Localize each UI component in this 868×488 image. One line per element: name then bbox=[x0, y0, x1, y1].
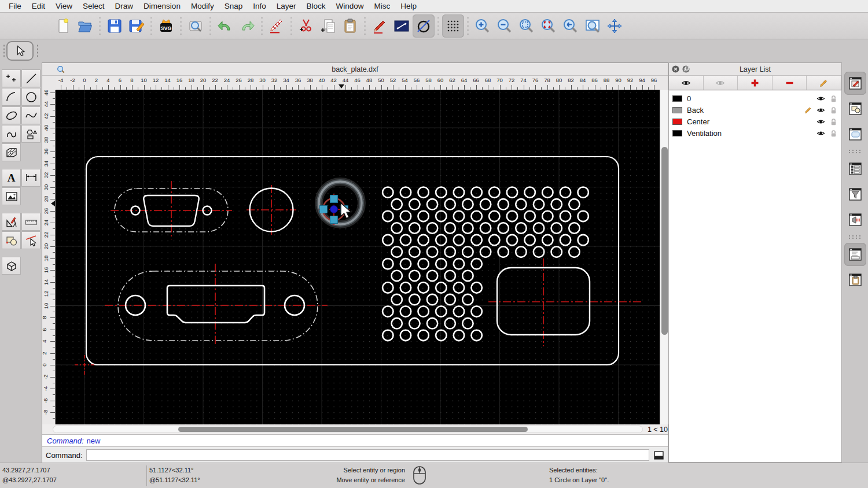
delete-entities-button[interactable] bbox=[266, 14, 288, 38]
modify-attributes-tool-button[interactable] bbox=[21, 231, 41, 249]
layer-row-center[interactable]: Center bbox=[669, 116, 841, 127]
pen-attributes-button[interactable] bbox=[369, 14, 391, 38]
print-preview-button[interactable] bbox=[185, 14, 207, 38]
zoom-previous-button[interactable] bbox=[560, 14, 582, 38]
open-file-button[interactable] bbox=[74, 14, 96, 38]
eye-icon[interactable] bbox=[816, 106, 825, 114]
layer-color-swatch bbox=[672, 130, 682, 136]
selection-handle[interactable] bbox=[330, 195, 338, 203]
add-layer-button[interactable] bbox=[738, 76, 773, 90]
zoom-selected-button[interactable] bbox=[538, 14, 560, 38]
points-tool-button[interactable] bbox=[2, 69, 21, 87]
line-attributes-button[interactable] bbox=[391, 14, 413, 38]
dock-command-button[interactable] bbox=[844, 243, 866, 266]
menu-snap[interactable]: Snap bbox=[219, 2, 248, 10]
cut-button[interactable] bbox=[295, 14, 317, 38]
box3d-tool-button[interactable] bbox=[2, 257, 21, 275]
drawing-canvas[interactable] bbox=[56, 90, 660, 424]
measure-tool-button[interactable] bbox=[21, 213, 41, 231]
select-tool-button[interactable] bbox=[6, 41, 34, 61]
layer-row-back[interactable]: Back bbox=[669, 104, 841, 116]
document-title-bar[interactable]: back_plate.dxf bbox=[42, 63, 668, 76]
dock-properties-button[interactable] bbox=[844, 72, 866, 95]
undo-button[interactable] bbox=[214, 14, 236, 38]
zoom-out-button[interactable] bbox=[494, 14, 516, 38]
hide-all-layers-button[interactable] bbox=[704, 76, 738, 90]
command-options-button[interactable] bbox=[653, 450, 664, 460]
menu-select[interactable]: Select bbox=[78, 2, 110, 10]
dimension-tool-button[interactable] bbox=[21, 169, 41, 187]
eye-icon[interactable] bbox=[816, 94, 825, 103]
new-file-button[interactable] bbox=[52, 14, 74, 38]
zoomprev-icon bbox=[562, 18, 579, 34]
spline-tool-button[interactable] bbox=[21, 106, 41, 124]
dock-visibility-button[interactable] bbox=[844, 208, 866, 231]
lock-icon[interactable] bbox=[829, 129, 838, 138]
hatch-tool-button[interactable] bbox=[2, 143, 21, 161]
lock-icon[interactable] bbox=[829, 117, 838, 126]
remove-layer-button[interactable] bbox=[773, 76, 807, 90]
v-ruler-tick bbox=[50, 211, 55, 212]
vertical-scroll-thumb[interactable] bbox=[661, 147, 668, 335]
edit-layer-button[interactable] bbox=[807, 76, 841, 90]
horizontal-scrollbar-row: 1 < 10 bbox=[42, 424, 668, 434]
lock-icon[interactable] bbox=[829, 94, 838, 103]
grid-toggle-button[interactable] bbox=[442, 14, 464, 38]
image-tool-button[interactable] bbox=[2, 187, 21, 205]
drafting-tool-button[interactable] bbox=[2, 213, 21, 231]
menu-modify[interactable]: Modify bbox=[186, 2, 219, 10]
menu-info[interactable]: Info bbox=[248, 2, 271, 10]
vertical-scrollbar[interactable] bbox=[660, 90, 669, 424]
modify-tool-button[interactable] bbox=[2, 231, 21, 249]
menu-window[interactable]: Window bbox=[331, 2, 369, 10]
v-ruler-tick bbox=[50, 294, 55, 294]
selection-handle[interactable] bbox=[330, 216, 338, 224]
save-as-button[interactable] bbox=[126, 14, 148, 38]
dock-filter-button[interactable] bbox=[844, 183, 866, 206]
menu-draw[interactable]: Draw bbox=[110, 2, 139, 10]
menu-edit[interactable]: Edit bbox=[27, 2, 50, 10]
h-ruler-tick bbox=[67, 87, 67, 90]
copy-button[interactable] bbox=[317, 14, 339, 38]
redo-button[interactable] bbox=[236, 14, 258, 38]
zoom-in-button[interactable] bbox=[472, 14, 494, 38]
h-ruler-tick bbox=[393, 85, 393, 90]
paste-button[interactable] bbox=[339, 14, 361, 38]
line-tool-button[interactable] bbox=[21, 69, 41, 87]
shapes-tool-button[interactable] bbox=[21, 125, 41, 143]
command-input[interactable] bbox=[86, 449, 649, 461]
dock-library-button[interactable] bbox=[844, 123, 866, 146]
menu-block[interactable]: Block bbox=[301, 2, 331, 10]
menu-layer[interactable]: Layer bbox=[271, 2, 301, 10]
menu-file[interactable]: File bbox=[3, 2, 27, 10]
menu-view[interactable]: View bbox=[50, 2, 78, 10]
show-all-layers-button[interactable] bbox=[669, 76, 704, 90]
lock-icon[interactable] bbox=[829, 106, 838, 114]
selection-handle[interactable] bbox=[320, 206, 328, 213]
horizontal-scrollbar[interactable] bbox=[53, 426, 643, 433]
menu-misc[interactable]: Misc bbox=[369, 2, 396, 10]
horizontal-scroll-thumb[interactable] bbox=[178, 427, 528, 432]
dock-clipboard-button[interactable] bbox=[844, 268, 866, 291]
save-button[interactable] bbox=[104, 14, 126, 38]
canvas-area[interactable] bbox=[56, 90, 660, 424]
v-ruler-tick bbox=[50, 128, 55, 128]
export-svg-button[interactable]: SVG bbox=[155, 14, 177, 38]
zoom-window-button[interactable] bbox=[582, 14, 604, 38]
circle-tool-button[interactable] bbox=[21, 88, 41, 106]
polyline-tool-button[interactable] bbox=[2, 125, 21, 143]
menu-dimension[interactable]: Dimension bbox=[138, 2, 186, 10]
draft-mode-button[interactable] bbox=[413, 14, 435, 38]
dock-layers-button[interactable] bbox=[844, 157, 866, 180]
zoom-auto-button[interactable] bbox=[516, 14, 538, 38]
eye-icon[interactable] bbox=[816, 129, 825, 138]
text-tool-button[interactable]: A bbox=[2, 169, 21, 187]
arc-tool-button[interactable] bbox=[2, 88, 21, 106]
eye-icon[interactable] bbox=[816, 117, 825, 126]
zoom-pan-button[interactable] bbox=[604, 14, 626, 38]
menu-help[interactable]: Help bbox=[395, 2, 422, 10]
layer-row-ventilation[interactable]: Ventilation bbox=[669, 127, 841, 139]
layer-row-0[interactable]: 0 bbox=[669, 93, 841, 104]
dock-blocks-button[interactable] bbox=[844, 97, 866, 120]
ellipse-tool-button[interactable] bbox=[2, 106, 21, 124]
